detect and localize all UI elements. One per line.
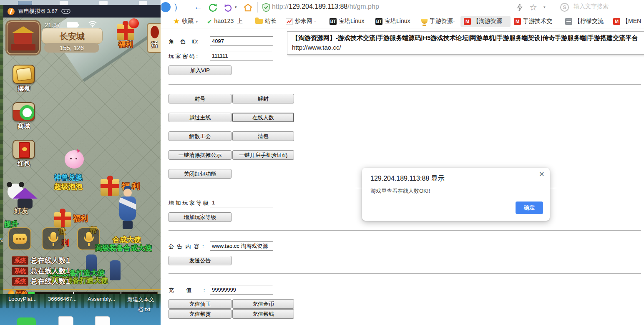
battery-icon [67, 22, 78, 28]
recharge-xianyu-button[interactable]: 充值仙玉 [169, 299, 231, 309]
close-icon[interactable]: ✕ [539, 171, 544, 178]
disband-guild-button[interactable]: 解散工会 [169, 131, 231, 141]
star-dropdown-caret[interactable]: ▾ [543, 5, 546, 9]
bookmark-baota-1[interactable]: BT 宝塔Linux [330, 18, 364, 25]
bookmark-zhanzhang[interactable]: 站长 [255, 18, 277, 25]
building-base [11, 44, 35, 50]
browser-logo-icon [161, 1, 178, 14]
unban-button[interactable]: 解封 [232, 94, 294, 103]
location-coordinates: 155, 126 [44, 43, 99, 53]
recharge-input[interactable] [210, 285, 273, 295]
stall-label: 摆摊 [13, 85, 35, 93]
building-body [14, 33, 32, 44]
undo-button[interactable] [224, 3, 233, 12]
activity-button[interactable]: 活 [147, 23, 161, 53]
desktop-icon-label[interactable]: LocoyPlat... [8, 296, 37, 302]
recharge-label: 充 值 : [169, 287, 205, 294]
undo-dropdown-caret[interactable]: ▾ [235, 5, 237, 9]
document-icon[interactable] [58, 316, 73, 325]
bookmark-shouyou-ziyuan[interactable]: 手游资源- [421, 18, 455, 25]
chat-button[interactable] [8, 227, 31, 250]
red-packet-button[interactable]: 红包 [13, 140, 35, 168]
stall-button[interactable]: 摆摊 [13, 65, 35, 93]
world-voice-button[interactable] [42, 227, 65, 250]
send-notice-button[interactable]: 发送公告 [169, 256, 231, 265]
app-icon[interactable] [17, 317, 36, 325]
welfare-gift-icon[interactable] [54, 212, 71, 227]
emulator-titlebar[interactable]: 雷电模拟器 3.67 [3, 5, 161, 18]
back-button[interactable]: ← [194, 2, 202, 12]
bookmark-chaomi[interactable]: 炒米网 - [286, 18, 316, 25]
welfare-label[interactable]: 福利 [118, 40, 133, 49]
add-level-button[interactable]: 增加玩家等级 [169, 212, 231, 222]
join-vip-button[interactable]: 加入VIP [169, 66, 231, 75]
desktop-icon-label[interactable]: 档.txt [138, 306, 150, 313]
game-screen[interactable]: 21:37 长安城 155, 126 福利 活 [3, 18, 161, 294]
trophy-icon [421, 19, 428, 24]
desktop-icon-partial[interactable] [60, 1, 68, 5]
enable-sms-button[interactable]: 一键开启手机验证码 [232, 150, 294, 160]
lightning-icon[interactable] [516, 3, 523, 12]
emulator-title: 雷电模拟器 3.67 [18, 8, 58, 15]
url-path: /ht/gm.php [347, 3, 379, 10]
skip-mainline-button[interactable]: 越过主线 [169, 113, 231, 122]
system-chat-line: 系统 总在线人数1 [12, 277, 70, 286]
wifi-icon [88, 20, 97, 28]
player-password-input[interactable] [210, 51, 273, 60]
clear-bag-button[interactable]: 清包 [232, 131, 294, 141]
add-level-input[interactable] [210, 198, 273, 207]
mini-npc [110, 260, 121, 280]
recharge-gold-button[interactable]: 充值金币 [232, 299, 294, 309]
bookmark-favorites[interactable]: ★ 收藏 ▾ [173, 18, 198, 25]
favorite-star-button[interactable]: ☆ [529, 3, 537, 12]
bookmark-hao123[interactable]: ✔ hao123_上 [207, 18, 243, 25]
recharge-banggong-button[interactable]: 充值帮贡 [169, 309, 231, 319]
home-button[interactable] [243, 3, 253, 12]
desktop-icon-label[interactable]: Assembly... [88, 296, 115, 302]
desktop-icon-partial[interactable] [18, 1, 32, 5]
welfare-label[interactable]: 福利 [73, 214, 88, 224]
desktop-icon-label[interactable]: 36666467... [48, 296, 77, 302]
exp-tick [121, 292, 121, 294]
desktop-label-fragment: 览 [0, 237, 3, 244]
address-bar[interactable]: http://129.204.189.113:88/ht/gm.php [272, 3, 379, 10]
desktop-icon-label[interactable]: 新建文本文 [127, 296, 154, 303]
clear-stall-button[interactable]: 一键清除摆摊公示 [169, 150, 231, 160]
online-count-button[interactable]: 在线人数 [232, 113, 294, 122]
role-id-input[interactable] [210, 36, 273, 46]
desktop-icon-partial[interactable] [99, 1, 108, 5]
alert-ok-button[interactable]: 确定 [516, 202, 543, 214]
npc-banner-line2: 超级泡泡 [54, 182, 83, 191]
bookmark-taoyou-ziyuan[interactable]: M 【淘游资源 [464, 18, 502, 25]
system-badge: 系统 [12, 277, 28, 286]
bookmark-shouyou-jishu[interactable]: M 手游技术交 [514, 18, 552, 25]
close-redpacket-button[interactable]: 关闭红包功能 [169, 169, 231, 179]
browser-toolbar: ← ▾ http://129.204.189.113:88/ht/gm.php [161, 0, 644, 15]
recharge-bangqian-button[interactable]: 充值帮钱 [232, 309, 294, 319]
desktop-icon-partial[interactable] [139, 1, 147, 5]
red-packet-icon [13, 140, 35, 159]
exp-fill [28, 292, 35, 294]
document-icon[interactable] [95, 316, 110, 325]
bookmark-baota-2[interactable]: BT 宝塔Linux [375, 18, 410, 25]
red-ball-icon [129, 18, 139, 28]
friend-character-hat[interactable] [13, 188, 38, 199]
divider [169, 273, 641, 274]
map-plaque-button[interactable] [5, 20, 41, 55]
ban-button[interactable]: 封号 [169, 94, 231, 103]
security-shield-icon[interactable] [262, 3, 270, 12]
notice-input[interactable] [210, 241, 273, 251]
exp-bar [28, 292, 158, 294]
friend-label[interactable]: 好友 [14, 206, 28, 216]
pink-pet[interactable] [65, 150, 84, 169]
bookmark-ningmeng[interactable]: 【柠檬交流 [565, 18, 604, 25]
sogou-search-icon[interactable]: S [560, 3, 569, 12]
mall-label: 商城 [13, 122, 35, 130]
mall-button[interactable]: 商城 [13, 102, 35, 130]
refresh-button[interactable] [208, 3, 217, 12]
toolbar-search-input[interactable] [574, 3, 628, 10]
star-icon: ★ [173, 18, 180, 25]
npc-synthesis-ambassador[interactable] [116, 188, 139, 234]
bookmark-men[interactable]: M 【MEN [613, 18, 641, 25]
bookmark-tooltip: 【淘游资源网】-游戏技术交流|手游服务端源码|H5游戏技术论坛|网游单机|手游服… [287, 31, 644, 55]
